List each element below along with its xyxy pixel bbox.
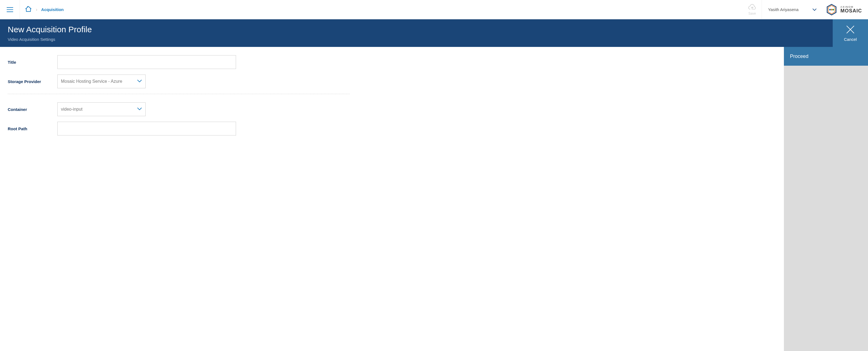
breadcrumb-acquisition[interactable]: Acquisition xyxy=(41,7,64,12)
svg-point-8 xyxy=(832,9,834,10)
storage-provider-value: Mosaic Hosting Service - Azure xyxy=(61,79,122,84)
cancel-label: Cancel xyxy=(844,37,857,42)
save-button: Save xyxy=(743,0,762,19)
hamburger-menu-button[interactable] xyxy=(0,0,20,19)
user-menu[interactable]: Yasith Ariyasena xyxy=(762,0,823,19)
top-bar: › Acquisition Save Yasith Ariyasena xyxy=(0,0,868,19)
hamburger-icon xyxy=(6,7,13,13)
container-value: video-input xyxy=(61,107,83,112)
form-area: Title Storage Provider Mosaic Hosting Se… xyxy=(0,47,784,351)
proceed-label: Proceed xyxy=(790,54,808,59)
brand-main: MOSAIC xyxy=(840,8,862,13)
cloud-upload-icon xyxy=(748,4,756,11)
label-title: Title xyxy=(8,60,57,65)
page-subtitle: Video Acquisition Settings xyxy=(8,37,825,42)
topbar-right: Save Yasith Ariyasena AXINOM MOSAIC xyxy=(743,0,868,19)
brand-logo[interactable]: AXINOM MOSAIC xyxy=(823,0,868,19)
breadcrumb: › Acquisition xyxy=(20,5,64,14)
label-root-path: Root Path xyxy=(8,126,57,131)
svg-point-7 xyxy=(831,9,832,10)
home-link[interactable] xyxy=(25,5,32,14)
user-name: Yasith Ariyasena xyxy=(768,7,799,12)
container-select[interactable]: video-input xyxy=(57,103,146,116)
close-icon xyxy=(846,25,855,34)
section-divider xyxy=(8,94,350,94)
label-storage-provider: Storage Provider xyxy=(8,79,57,84)
chevron-right-icon: › xyxy=(36,7,37,12)
page-title: New Acquisition Profile xyxy=(8,25,825,34)
chevron-down-icon xyxy=(137,79,142,84)
content-area: Title Storage Provider Mosaic Hosting Se… xyxy=(0,47,868,351)
save-label: Save xyxy=(748,11,756,16)
page-header: New Acquisition Profile Video Acquisitio… xyxy=(0,19,868,47)
storage-provider-select[interactable]: Mosaic Hosting Service - Azure xyxy=(57,75,146,88)
home-icon xyxy=(25,5,32,13)
chevron-down-icon xyxy=(812,7,817,12)
row-storage-provider: Storage Provider Mosaic Hosting Service … xyxy=(8,75,350,88)
brand-text: AXINOM MOSAIC xyxy=(840,6,862,13)
svg-point-6 xyxy=(829,9,831,10)
row-container: Container video-input xyxy=(8,103,350,116)
label-container: Container xyxy=(8,107,57,112)
page-header-main: New Acquisition Profile Video Acquisitio… xyxy=(0,19,833,47)
title-input[interactable] xyxy=(57,55,236,69)
proceed-button[interactable]: Proceed xyxy=(784,47,868,66)
cancel-button[interactable]: Cancel xyxy=(833,19,868,47)
root-path-input[interactable] xyxy=(57,122,236,136)
row-root-path: Root Path xyxy=(8,122,350,136)
right-panel: Proceed xyxy=(784,47,868,351)
chevron-down-icon xyxy=(137,107,142,112)
mosaic-logo-icon xyxy=(826,4,838,16)
row-title: Title xyxy=(8,55,350,69)
